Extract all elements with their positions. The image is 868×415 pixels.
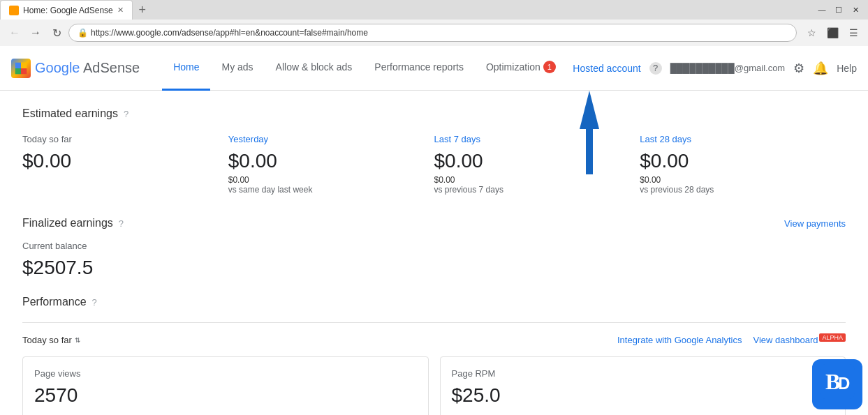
tab-favicon: [9, 6, 19, 15]
maximize-button[interactable]: ☐: [832, 3, 846, 17]
main-content: Estimated earnings ? Today so far $0.00 …: [0, 91, 868, 415]
integrate-analytics-link[interactable]: Integrate with Google Analytics: [617, 335, 742, 345]
browser-toolbar: ← → ↻ 🔒 https://www.google.com/adsense/a…: [0, 20, 868, 46]
watermark-icon: B D: [820, 364, 855, 405]
page-rpm-label: Page RPM: [452, 368, 834, 379]
svg-rect-3: [21, 68, 27, 74]
hosted-account-help-icon[interactable]: ?: [649, 62, 662, 75]
nav-performance-reports[interactable]: Performance reports: [363, 46, 475, 91]
logo-google: Google: [35, 60, 83, 75]
notifications-icon[interactable]: 🔔: [813, 61, 828, 76]
browser-action-buttons: ☆ ⬛ ☰: [802, 24, 862, 42]
help-link[interactable]: Help: [837, 63, 857, 74]
period-selector-button[interactable]: Today so far ⇅: [22, 335, 80, 345]
arrow-shaft: [586, 129, 593, 174]
current-balance-label: Current balance: [22, 241, 846, 251]
google-logo-icon: [11, 59, 31, 78]
performance-links: Integrate with Google Analytics View das…: [617, 334, 846, 345]
last7-link[interactable]: Last 7 days: [434, 134, 481, 144]
yesterday-sub-amount: $0.00: [228, 175, 249, 185]
estimated-earnings-help-icon[interactable]: ?: [124, 109, 128, 119]
earnings-yesterday-value: $0.00: [228, 150, 418, 172]
logo-adsense: AdSense: [83, 60, 140, 75]
extensions-button[interactable]: ⬛: [823, 24, 841, 42]
last28-sub-text: vs previous 28 days: [640, 185, 714, 195]
arrow-tip: [580, 91, 599, 129]
view-payments-link[interactable]: View payments: [784, 218, 846, 229]
earnings-today-value: $0.00: [22, 150, 212, 172]
page-rpm-value: $25.0: [452, 384, 834, 407]
performance-title: Performance: [22, 296, 87, 308]
earnings-yesterday-sub: $0.00 vs same day last week: [228, 175, 418, 195]
minimize-button[interactable]: —: [815, 3, 829, 17]
svg-text:D: D: [838, 374, 850, 393]
tab-title: Home: Google AdSense: [23, 6, 113, 15]
current-balance-value: $2507.5: [22, 257, 846, 279]
performance-help-icon[interactable]: ?: [92, 297, 97, 308]
yesterday-link[interactable]: Yesterday: [228, 134, 268, 144]
earnings-today-label: Today so far: [22, 134, 212, 144]
active-tab[interactable]: Home: Google AdSense ✕: [0, 0, 133, 20]
adsense-logo: Google AdSense: [11, 59, 140, 78]
page-views-value: 2570: [34, 384, 417, 407]
url-text: https://www.google.com/adsense/app#hl=en…: [91, 28, 368, 38]
finalized-earnings-header: Finalized earnings ? View payments: [22, 217, 846, 229]
svg-rect-2: [15, 68, 21, 74]
nav-allow-block-ads[interactable]: Allow & block ads: [265, 46, 364, 91]
nav-home[interactable]: Home: [162, 46, 210, 91]
earnings-today: Today so far $0.00: [22, 134, 228, 195]
period-label: Today so far: [22, 335, 72, 345]
new-tab-button[interactable]: +: [133, 0, 152, 20]
svg-rect-0: [15, 62, 21, 68]
view-dashboard-link[interactable]: View dashboardALPHA: [753, 334, 846, 345]
settings-icon[interactable]: ⚙: [793, 61, 804, 76]
alpha-badge: ALPHA: [819, 333, 846, 342]
menu-button[interactable]: ☰: [844, 24, 862, 42]
earnings-last7-sub: $0.00 vs previous 7 days: [434, 175, 624, 195]
performance-cards: Page views 2570 Page RPM $25.0: [22, 356, 846, 415]
earnings-last28-label: Last 28 days: [640, 134, 829, 144]
main-nav: Home My ads Allow & block ads Performanc…: [162, 46, 573, 91]
earnings-yesterday: Yesterday $0.00 $0.00 vs same day last w…: [228, 134, 434, 195]
performance-header: Performance ?: [22, 296, 846, 308]
page-views-label: Page views: [34, 368, 417, 379]
estimated-earnings-title: Estimated earnings: [22, 107, 118, 120]
performance-divider: [22, 322, 846, 323]
tab-close-button[interactable]: ✕: [117, 6, 124, 15]
window-controls: — ☐ ✕: [815, 3, 862, 17]
optimization-badge: 1: [543, 61, 556, 73]
last7-sub-amount: $0.00: [434, 175, 455, 185]
hosted-account-link[interactable]: Hosted account: [573, 63, 640, 74]
arrow-annotation: [580, 91, 599, 174]
estimated-earnings-header: Estimated earnings ?: [22, 107, 846, 120]
address-bar[interactable]: 🔒 https://www.google.com/adsense/app#hl=…: [68, 24, 797, 42]
page-views-card: Page views 2570: [22, 356, 429, 415]
header-right: Hosted account ? ██████████@gmail.com ⚙ …: [573, 61, 857, 76]
forward-button[interactable]: →: [27, 24, 45, 42]
earnings-last7: Last 7 days $0.00 $0.00 vs previous 7 da…: [434, 134, 640, 195]
earnings-last28-value: $0.00: [640, 150, 829, 172]
finalized-title-row: Finalized earnings ?: [22, 217, 124, 229]
last28-sub-amount: $0.00: [640, 175, 661, 185]
yesterday-sub-text: vs same day last week: [228, 185, 313, 195]
watermark-logo: B D: [812, 359, 862, 409]
last28-link[interactable]: Last 28 days: [640, 134, 691, 144]
finalized-earnings-title: Finalized earnings: [22, 217, 113, 229]
reload-button[interactable]: ↻: [47, 24, 66, 42]
earnings-last28: Last 28 days $0.00 $0.00 vs previous 28 …: [640, 134, 846, 195]
bookmark-button[interactable]: ☆: [802, 24, 821, 42]
earnings-grid: Today so far $0.00 Yesterday $0.00 $0.00…: [22, 134, 846, 195]
performance-section: Performance ? Today so far ⇅ Integrate w…: [22, 296, 846, 415]
finalized-earnings-help-icon[interactable]: ?: [119, 218, 124, 229]
performance-controls: Today so far ⇅ Integrate with Google Ana…: [22, 334, 846, 345]
adsense-header: Google AdSense Home My ads Allow & block…: [0, 46, 868, 91]
nav-optimization[interactable]: Optimization 1: [475, 46, 567, 91]
last7-sub-text: vs previous 7 days: [434, 185, 503, 195]
browser-chrome: Home: Google AdSense ✕ + — ☐ ✕: [0, 0, 868, 20]
nav-my-ads[interactable]: My ads: [210, 46, 264, 91]
close-window-button[interactable]: ✕: [848, 3, 862, 17]
svg-rect-1: [21, 62, 27, 68]
earnings-last28-sub: $0.00 vs previous 28 days: [640, 175, 829, 195]
user-email: ██████████@gmail.com: [670, 63, 786, 73]
back-button[interactable]: ←: [6, 24, 24, 42]
